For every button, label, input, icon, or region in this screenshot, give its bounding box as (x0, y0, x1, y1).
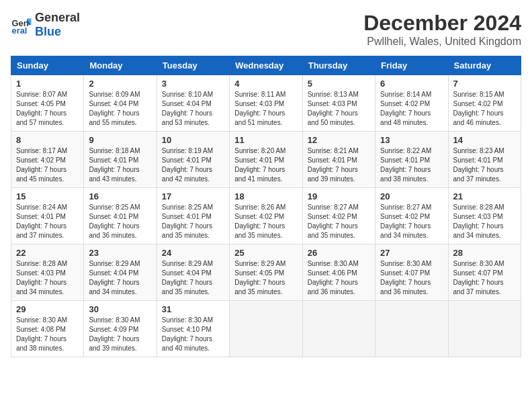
calendar-cell: 23Sunrise: 8:29 AM Sunset: 4:04 PM Dayli… (84, 244, 157, 301)
svg-text:eral: eral (12, 26, 28, 36)
calendar-cell (302, 301, 375, 357)
calendar-cell: 5Sunrise: 8:13 AM Sunset: 4:03 PM Daylig… (302, 75, 375, 132)
day-header-friday: Friday (375, 56, 448, 75)
day-info: Sunrise: 8:28 AM Sunset: 4:03 PM Dayligh… (453, 203, 516, 240)
day-info: Sunrise: 8:20 AM Sunset: 4:01 PM Dayligh… (234, 146, 297, 184)
day-number: 21 (453, 191, 516, 201)
calendar-cell (448, 301, 521, 357)
calendar-cell: 3Sunrise: 8:10 AM Sunset: 4:04 PM Daylig… (157, 75, 229, 132)
calendar-cell: 21Sunrise: 8:28 AM Sunset: 4:03 PM Dayli… (448, 188, 521, 244)
day-info: Sunrise: 8:22 AM Sunset: 4:01 PM Dayligh… (380, 146, 443, 184)
day-info: Sunrise: 8:29 AM Sunset: 4:04 PM Dayligh… (89, 259, 151, 297)
logo-icon: Gen eral (11, 14, 32, 36)
calendar-cell: 18Sunrise: 8:26 AM Sunset: 4:02 PM Dayli… (230, 188, 302, 244)
calendar-cell: 15Sunrise: 8:24 AM Sunset: 4:01 PM Dayli… (11, 188, 84, 244)
day-header-sunday: Sunday (11, 56, 84, 75)
day-info: Sunrise: 8:30 AM Sunset: 4:10 PM Dayligh… (162, 316, 224, 353)
day-info: Sunrise: 8:27 AM Sunset: 4:02 PM Dayligh… (380, 203, 443, 240)
calendar-cell: 2Sunrise: 8:09 AM Sunset: 4:04 PM Daylig… (84, 75, 157, 132)
calendar-cell: 28Sunrise: 8:30 AM Sunset: 4:07 PM Dayli… (448, 244, 521, 301)
day-info: Sunrise: 8:10 AM Sunset: 4:04 PM Dayligh… (162, 90, 224, 128)
calendar-cell: 31Sunrise: 8:30 AM Sunset: 4:10 PM Dayli… (157, 301, 229, 357)
calendar-cell (375, 301, 448, 357)
calendar-cell (230, 301, 302, 357)
calendar-cell: 24Sunrise: 8:29 AM Sunset: 4:04 PM Dayli… (157, 244, 229, 301)
day-info: Sunrise: 8:13 AM Sunset: 4:03 PM Dayligh… (308, 90, 370, 128)
day-number: 5 (308, 79, 370, 89)
day-info: Sunrise: 8:11 AM Sunset: 4:03 PM Dayligh… (234, 90, 297, 128)
calendar-table: SundayMondayTuesdayWednesdayThursdayFrid… (11, 56, 521, 357)
day-header-monday: Monday (84, 56, 157, 75)
calendar-cell: 10Sunrise: 8:19 AM Sunset: 4:01 PM Dayli… (157, 132, 229, 188)
calendar-week-2: 8Sunrise: 8:17 AM Sunset: 4:02 PM Daylig… (11, 132, 521, 188)
calendar-cell: 20Sunrise: 8:27 AM Sunset: 4:02 PM Dayli… (375, 188, 448, 244)
logo-general: General (35, 11, 80, 24)
calendar-cell: 30Sunrise: 8:30 AM Sunset: 4:09 PM Dayli… (84, 301, 157, 357)
day-info: Sunrise: 8:30 AM Sunset: 4:08 PM Dayligh… (16, 316, 79, 353)
day-info: Sunrise: 8:30 AM Sunset: 4:07 PM Dayligh… (453, 259, 516, 297)
day-info: Sunrise: 8:30 AM Sunset: 4:06 PM Dayligh… (308, 259, 370, 297)
day-info: Sunrise: 8:07 AM Sunset: 4:05 PM Dayligh… (16, 90, 79, 128)
day-info: Sunrise: 8:19 AM Sunset: 4:01 PM Dayligh… (162, 146, 224, 184)
day-number: 29 (16, 304, 79, 314)
day-number: 23 (89, 248, 151, 258)
day-info: Sunrise: 8:24 AM Sunset: 4:01 PM Dayligh… (16, 203, 79, 240)
day-number: 1 (16, 79, 79, 89)
day-number: 16 (89, 191, 151, 201)
day-number: 13 (380, 135, 443, 145)
calendar-cell: 7Sunrise: 8:15 AM Sunset: 4:02 PM Daylig… (448, 75, 521, 132)
page-header: Gen eral General Blue December 2024 Pwll… (11, 11, 521, 48)
day-number: 11 (234, 135, 297, 145)
day-number: 12 (308, 135, 370, 145)
day-info: Sunrise: 8:23 AM Sunset: 4:01 PM Dayligh… (453, 146, 516, 184)
calendar-cell: 29Sunrise: 8:30 AM Sunset: 4:08 PM Dayli… (11, 301, 84, 357)
day-number: 2 (89, 79, 151, 89)
day-number: 20 (380, 191, 443, 201)
calendar-cell: 4Sunrise: 8:11 AM Sunset: 4:03 PM Daylig… (230, 75, 302, 132)
day-info: Sunrise: 8:17 AM Sunset: 4:02 PM Dayligh… (16, 146, 79, 184)
day-number: 27 (380, 248, 443, 258)
location-title: Pwllheli, Wales, United Kingdom (363, 36, 521, 48)
calendar-cell: 16Sunrise: 8:25 AM Sunset: 4:01 PM Dayli… (84, 188, 157, 244)
day-number: 6 (380, 79, 443, 89)
day-number: 10 (162, 135, 224, 145)
day-number: 9 (89, 135, 151, 145)
day-number: 28 (453, 248, 516, 258)
logo-blue: Blue (35, 25, 61, 38)
calendar-cell: 25Sunrise: 8:29 AM Sunset: 4:05 PM Dayli… (230, 244, 302, 301)
day-number: 4 (234, 79, 297, 89)
day-header-saturday: Saturday (448, 56, 521, 75)
day-info: Sunrise: 8:14 AM Sunset: 4:02 PM Dayligh… (380, 90, 443, 128)
calendar-header-row: SundayMondayTuesdayWednesdayThursdayFrid… (11, 56, 521, 75)
day-number: 26 (308, 248, 370, 258)
day-info: Sunrise: 8:21 AM Sunset: 4:01 PM Dayligh… (308, 146, 370, 184)
logo-text: General Blue (35, 11, 80, 39)
day-number: 22 (16, 248, 79, 258)
calendar-cell: 9Sunrise: 8:18 AM Sunset: 4:01 PM Daylig… (84, 132, 157, 188)
day-number: 7 (453, 79, 516, 89)
calendar-week-1: 1Sunrise: 8:07 AM Sunset: 4:05 PM Daylig… (11, 75, 521, 132)
day-info: Sunrise: 8:25 AM Sunset: 4:01 PM Dayligh… (89, 203, 151, 240)
day-number: 8 (16, 135, 79, 145)
calendar-week-5: 29Sunrise: 8:30 AM Sunset: 4:08 PM Dayli… (11, 301, 521, 357)
month-title: December 2024 (363, 11, 521, 36)
day-number: 19 (308, 191, 370, 201)
day-info: Sunrise: 8:18 AM Sunset: 4:01 PM Dayligh… (89, 146, 151, 184)
title-block: December 2024 Pwllheli, Wales, United Ki… (363, 11, 521, 48)
day-number: 24 (162, 248, 224, 258)
day-header-wednesday: Wednesday (230, 56, 302, 75)
day-info: Sunrise: 8:30 AM Sunset: 4:09 PM Dayligh… (89, 316, 151, 353)
calendar-cell: 17Sunrise: 8:25 AM Sunset: 4:01 PM Dayli… (157, 188, 229, 244)
day-number: 3 (162, 79, 224, 89)
calendar-cell: 22Sunrise: 8:28 AM Sunset: 4:03 PM Dayli… (11, 244, 84, 301)
logo: Gen eral General Blue (11, 11, 80, 39)
day-number: 15 (16, 191, 79, 201)
day-header-thursday: Thursday (302, 56, 375, 75)
day-number: 17 (162, 191, 224, 201)
calendar-cell: 8Sunrise: 8:17 AM Sunset: 4:02 PM Daylig… (11, 132, 84, 188)
day-info: Sunrise: 8:28 AM Sunset: 4:03 PM Dayligh… (16, 259, 79, 297)
day-number: 25 (234, 248, 297, 258)
day-header-tuesday: Tuesday (157, 56, 229, 75)
calendar-cell: 14Sunrise: 8:23 AM Sunset: 4:01 PM Dayli… (448, 132, 521, 188)
day-number: 18 (234, 191, 297, 201)
